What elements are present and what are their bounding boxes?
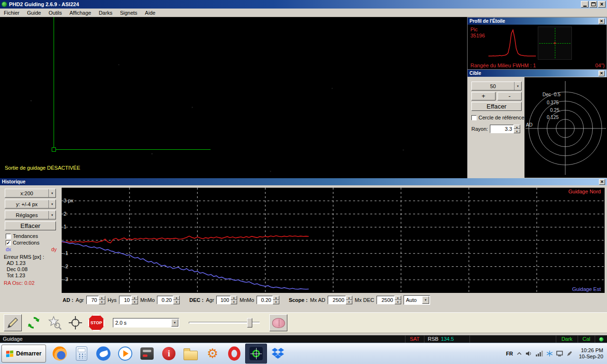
taskbar-dropbox[interactable]	[267, 344, 289, 364]
spin-up-icon[interactable]	[131, 296, 138, 300]
start-button[interactable]: Démarrer	[1, 345, 46, 363]
trends-checkbox[interactable]	[6, 234, 11, 239]
spin-down-icon[interactable]	[99, 300, 105, 304]
menu-fichier[interactable]: Fichier	[0, 9, 23, 17]
y-axis-tick: -1	[64, 250, 68, 256]
menu-darks[interactable]: Darks	[95, 9, 116, 17]
dec-aggression-input[interactable]	[216, 296, 230, 304]
menu-guide[interactable]: Guide	[23, 9, 45, 17]
stop-button[interactable]: STOP	[87, 314, 105, 331]
taskbar-info-tool[interactable]	[158, 344, 180, 364]
spin-up-icon[interactable]	[173, 296, 180, 300]
menu-affichage[interactable]: Affichage	[66, 9, 95, 17]
spin-up-icon[interactable]	[395, 296, 401, 300]
auto-select-star-button[interactable]	[46, 314, 64, 331]
volume-icon[interactable]	[525, 351, 532, 356]
taskbar-opera[interactable]	[223, 344, 245, 364]
spin-down-icon[interactable]	[395, 300, 401, 304]
legend-east: Guidage Est	[572, 286, 601, 292]
maximize-button[interactable]	[589, 1, 597, 8]
menu-signets[interactable]: Signets	[116, 9, 141, 17]
ad-minmove-input[interactable]	[157, 296, 173, 304]
taskbar-firefox[interactable]	[49, 344, 71, 364]
x-scale-value: x:200	[5, 191, 48, 196]
chevron-down-icon[interactable]	[48, 211, 55, 219]
taskbar-thunderbird[interactable]	[92, 344, 114, 364]
close-button[interactable]	[598, 1, 606, 8]
loop-exposure-button[interactable]	[25, 314, 43, 331]
spin-down-icon[interactable]	[273, 300, 279, 304]
star-profile-close-button[interactable]	[598, 18, 605, 24]
mx-dec-label: Mx DEC	[355, 297, 374, 303]
ad-aggression-input[interactable]	[86, 296, 99, 304]
taskbar-media-player[interactable]	[114, 344, 136, 364]
bird-icon	[96, 346, 110, 361]
minimize-icon	[583, 6, 587, 7]
taskbar-calculator[interactable]	[71, 344, 92, 364]
target-clear-button[interactable]: Effacer	[471, 102, 522, 111]
spin-up-icon[interactable]	[346, 296, 352, 300]
mx-ad-label: Mx AD	[310, 297, 325, 303]
ad-minmove-spinner	[157, 296, 180, 304]
menu-aide[interactable]: Aide	[141, 9, 159, 17]
y-scale-select[interactable]: y: +/-4 px	[5, 200, 56, 209]
taskbar-clock[interactable]: 10:26 PM 10-Sep-20	[579, 347, 603, 360]
spin-down-icon[interactable]	[514, 129, 520, 133]
chevron-down-icon[interactable]	[171, 319, 178, 327]
taskbar-file-explorer[interactable]	[180, 344, 202, 364]
taskbar-settings[interactable]	[202, 344, 223, 364]
star-profile-curve	[488, 27, 536, 58]
radius-input[interactable]	[490, 125, 514, 133]
language-indicator[interactable]: FR	[506, 351, 513, 356]
taskbar-phd2[interactable]	[245, 344, 267, 364]
spin-up-icon[interactable]	[273, 296, 279, 300]
x-scale-select[interactable]: x:200	[5, 189, 56, 198]
history-close-button[interactable]	[599, 179, 605, 185]
target-titlebar[interactable]: Cible	[468, 70, 607, 77]
menu-outils[interactable]: Outils	[45, 9, 65, 17]
start-guiding-button[interactable]	[66, 314, 84, 331]
zoom-out-button[interactable]: -	[497, 92, 522, 100]
zoom-in-button[interactable]: +	[471, 92, 496, 100]
spin-down-icon[interactable]	[230, 300, 237, 304]
chevron-down-icon[interactable]	[422, 296, 429, 304]
settings-select[interactable]: Réglages	[5, 210, 56, 219]
display-tray-icon[interactable]	[556, 351, 563, 356]
show-hidden-icons-chevron[interactable]	[517, 352, 522, 355]
corrections-checkbox[interactable]	[6, 240, 11, 246]
max-dec-duration-input[interactable]	[377, 296, 395, 304]
star-profile-titlebar[interactable]: Profil de l'Étoile	[468, 18, 607, 25]
taskbar-utility[interactable]	[136, 344, 158, 364]
fwhm-text-right: 04")	[595, 63, 605, 68]
target-zoom-select[interactable]: 50	[471, 82, 522, 91]
pen-tray-icon[interactable]	[567, 351, 572, 356]
spin-down-icon[interactable]	[346, 300, 352, 304]
camera-view[interactable]: Sortie de guidage DÉSACTIVÉE	[0, 17, 467, 178]
exposure-select[interactable]: 2.0 s	[113, 318, 179, 328]
target-close-button[interactable]	[598, 71, 605, 76]
slider-handle[interactable]	[247, 318, 252, 328]
chevron-down-icon[interactable]	[48, 189, 55, 197]
chevron-down-icon[interactable]	[48, 200, 55, 208]
minimize-button[interactable]	[581, 1, 589, 8]
spin-down-icon[interactable]	[131, 300, 138, 304]
spin-up-icon[interactable]	[99, 296, 105, 300]
history-titlebar[interactable]: Historique	[0, 178, 607, 185]
history-clear-button[interactable]: Effacer	[5, 221, 56, 230]
ad-hysteresis-input[interactable]	[119, 296, 131, 304]
advanced-settings-button[interactable]	[269, 314, 287, 331]
spin-up-icon[interactable]	[230, 296, 237, 300]
snowflake-tray-icon[interactable]	[547, 351, 552, 356]
spin-down-icon[interactable]	[173, 300, 180, 304]
max-ra-duration-input[interactable]	[328, 296, 346, 304]
spin-up-icon[interactable]	[514, 125, 520, 129]
signal-bars-icon[interactable]	[536, 351, 543, 356]
dec-minmove-input[interactable]	[257, 296, 273, 304]
chevron-down-icon[interactable]	[514, 82, 521, 90]
dec-guide-mode-select[interactable]: Auto	[404, 295, 430, 305]
window-titlebar[interactable]: PHD2 Guiding 2.6.9 - ASI224	[0, 0, 607, 9]
connect-equipment-button[interactable]	[4, 314, 22, 331]
history-title: Historique	[2, 179, 25, 184]
reference-circle-checkbox[interactable]	[471, 115, 477, 120]
screen-stretch-slider[interactable]	[189, 317, 260, 328]
